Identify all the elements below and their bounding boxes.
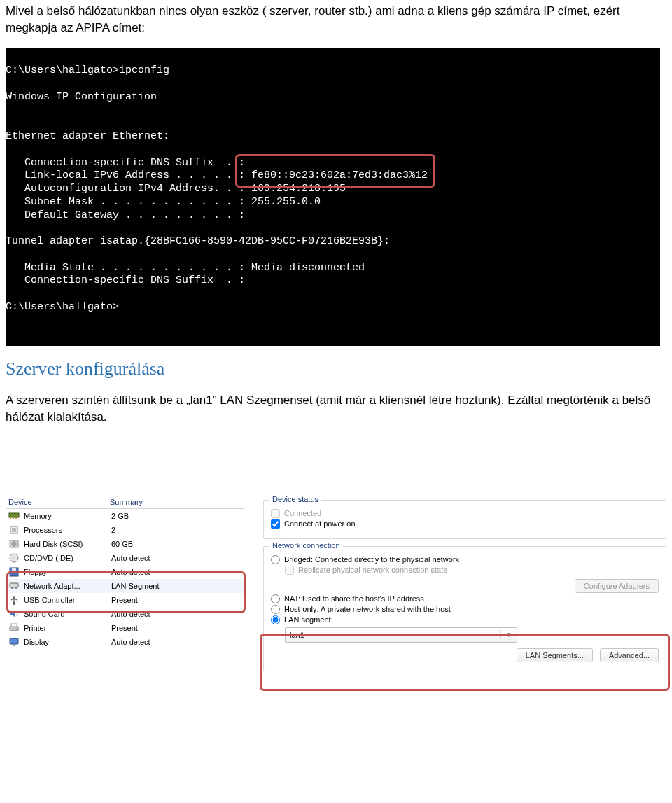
hdd-icon (8, 538, 20, 550)
lan-segments-button[interactable]: LAN Segments... (517, 648, 593, 662)
replicate-label: Replicate physical network connection st… (298, 566, 447, 574)
printer-icon (8, 622, 20, 634)
device-row-network[interactable]: Network Adapt... LAN Segment (6, 579, 244, 593)
group-title: Network connection (270, 541, 343, 550)
svg-rect-0 (9, 513, 19, 517)
svg-rect-5 (12, 528, 16, 532)
device-label: Sound Card (24, 610, 107, 618)
server-config-paragraph: A szerveren szintén állítsunk be a „lan1… (6, 392, 666, 426)
device-summary: Auto detect (111, 610, 241, 618)
device-label: Printer (24, 624, 107, 632)
lan-segment-value: lan1 (290, 631, 304, 639)
sound-icon (8, 608, 20, 620)
nat-label: NAT: Used to share the host's IP address (284, 594, 424, 603)
cpu-icon (8, 524, 20, 536)
connected-checkbox (271, 509, 280, 518)
svg-point-15 (13, 602, 15, 605)
hostonly-radio[interactable] (271, 605, 280, 614)
svg-rect-13 (11, 587, 13, 589)
usb-icon (8, 594, 20, 606)
svg-point-9 (13, 557, 15, 559)
network-connection-group: Network connection Bridged: Connected di… (263, 546, 666, 671)
device-row-printer[interactable]: Printer Present (6, 621, 244, 635)
bridged-radio[interactable] (271, 555, 280, 564)
device-label: USB Controller (24, 596, 107, 604)
col-summary: Summary (110, 498, 241, 506)
replicate-checkbox (285, 566, 294, 575)
lan-segment-dropdown[interactable]: lan1 ▾ (285, 627, 517, 643)
chevron-down-icon: ▾ (500, 630, 514, 639)
device-summary: Auto detect (111, 568, 241, 576)
device-summary: 2 (111, 526, 241, 534)
device-row-display[interactable]: Display Auto detect (6, 635, 244, 649)
device-row-floppy[interactable]: Floppy Auto detect (6, 565, 244, 579)
device-settings-column: Device status Connected Connect at power… (263, 496, 666, 671)
svg-point-7 (12, 542, 16, 546)
connected-label: Connected (284, 509, 321, 517)
device-summary: Auto detect (111, 638, 241, 646)
device-summary: 60 GB (111, 540, 241, 548)
device-status-group: Device status Connected Connect at power… (263, 500, 666, 539)
svg-rect-16 (10, 627, 18, 631)
display-icon (8, 636, 20, 648)
advanced-button[interactable]: Advanced... (600, 648, 659, 662)
svg-rect-1 (10, 517, 11, 519)
device-row-cpu[interactable]: Processors 2 (6, 523, 244, 537)
group-title: Device status (270, 495, 321, 503)
cmd-terminal: C:\Users\hallgato>ipconfig Windows IP Co… (6, 48, 660, 347)
device-label: Floppy (24, 568, 107, 576)
connect-power-checkbox[interactable] (271, 519, 280, 529)
device-summary: 2 GB (111, 512, 241, 520)
device-label: Hard Disk (SCSI) (24, 540, 107, 548)
svg-rect-17 (11, 624, 17, 627)
device-row-memory[interactable]: Memory 2 GB (6, 509, 244, 523)
replicate-row: Replicate physical network connection st… (285, 566, 659, 575)
connected-row: Connected (271, 509, 659, 518)
device-row-sound[interactable]: Sound Card Auto detect (6, 607, 244, 621)
device-row-usb[interactable]: USB Controller Present (6, 593, 244, 607)
svg-rect-3 (15, 517, 17, 519)
apipa-highlight (235, 154, 435, 188)
floppy-icon (8, 566, 20, 578)
device-summary: Present (111, 624, 241, 632)
nat-row[interactable]: NAT: Used to share the host's IP address (271, 594, 659, 603)
svg-rect-14 (15, 587, 17, 589)
device-label: CD/DVD (IDE) (24, 554, 107, 562)
device-label: Display (24, 638, 107, 646)
device-label: Memory (24, 512, 107, 520)
network-icon (8, 580, 20, 592)
svg-rect-12 (10, 583, 18, 587)
svg-rect-11 (12, 568, 16, 571)
svg-rect-2 (13, 517, 14, 519)
svg-rect-19 (13, 645, 15, 646)
device-table-header: Device Summary (6, 496, 244, 509)
device-row-cddvd[interactable]: CD/DVD (IDE) Auto detect (6, 551, 244, 565)
device-summary: Present (111, 596, 241, 604)
hostonly-row[interactable]: Host-only: A private network shared with… (271, 605, 659, 614)
cd-icon (8, 552, 20, 564)
intro-paragraph: Mivel a belső hálózatunkban nincs olyan … (6, 3, 666, 36)
configure-adapters-button: Configure Adapters (575, 579, 659, 593)
server-config-heading: Szerver konfigurálása (6, 358, 666, 379)
bridged-row[interactable]: Bridged: Connected directly to the physi… (271, 555, 659, 564)
connect-power-row[interactable]: Connect at power on (271, 519, 659, 529)
bridged-label: Bridged: Connected directly to the physi… (284, 555, 459, 564)
lansegment-label: LAN segment: (284, 615, 333, 624)
lansegment-row[interactable]: LAN segment: (271, 615, 659, 624)
lansegment-radio[interactable] (271, 615, 280, 624)
device-summary: Auto detect (111, 554, 241, 562)
nat-radio[interactable] (271, 594, 280, 603)
vm-settings-panel: Device Summary Memory 2 GB Processors 2 … (6, 496, 666, 671)
col-device: Device (8, 498, 110, 506)
connect-power-label: Connect at power on (284, 519, 356, 528)
device-label: Network Adapt... (24, 582, 107, 590)
device-label: Processors (24, 526, 107, 534)
device-row-hdd[interactable]: Hard Disk (SCSI) 60 GB (6, 537, 244, 551)
svg-rect-18 (10, 638, 18, 644)
memory-icon (8, 510, 20, 522)
device-table: Device Summary Memory 2 GB Processors 2 … (6, 496, 244, 671)
hostonly-label: Host-only: A private network shared with… (284, 605, 451, 613)
device-summary: LAN Segment (111, 582, 241, 590)
